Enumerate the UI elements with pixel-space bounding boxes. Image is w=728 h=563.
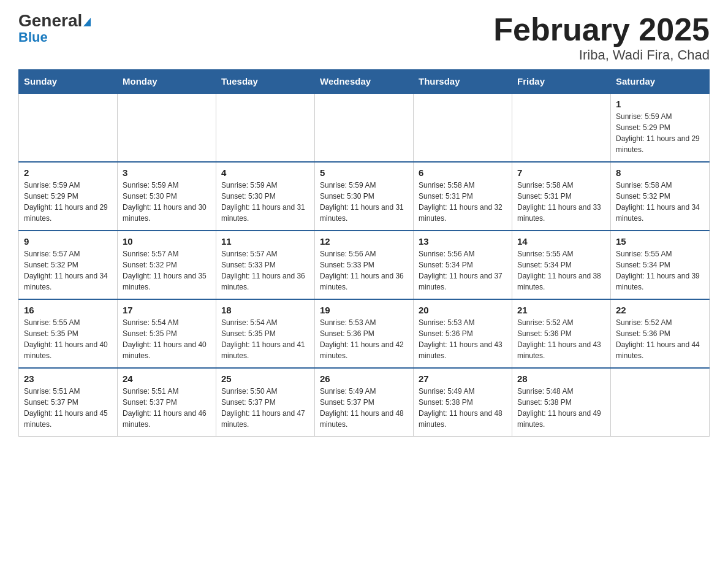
day-number: 22 (616, 305, 704, 315)
calendar-cell-w3-d7: 15Sunrise: 5:55 AMSunset: 5:34 PMDayligh… (611, 231, 710, 299)
day-number: 21 (517, 305, 605, 315)
day-info: Sunrise: 5:58 AMSunset: 5:31 PMDaylight:… (419, 180, 507, 224)
calendar-cell-w1-d4 (315, 93, 414, 162)
calendar-cell-w5-d5: 27Sunrise: 5:49 AMSunset: 5:38 PMDayligh… (414, 368, 512, 437)
day-info: Sunrise: 5:58 AMSunset: 5:32 PMDaylight:… (616, 180, 704, 224)
calendar-cell-w3-d5: 13Sunrise: 5:56 AMSunset: 5:34 PMDayligh… (414, 231, 512, 299)
page-header: General Blue February 2025 Iriba, Wadi F… (18, 12, 710, 63)
col-saturday: Saturday (611, 70, 710, 94)
col-friday: Friday (512, 70, 611, 94)
day-number: 28 (517, 373, 605, 384)
calendar-subtitle: Iriba, Wadi Fira, Chad (493, 47, 710, 63)
calendar-cell-w4-d3: 18Sunrise: 5:54 AMSunset: 5:35 PMDayligh… (216, 299, 315, 368)
calendar-cell-w1-d2 (118, 93, 216, 162)
day-info: Sunrise: 5:56 AMSunset: 5:34 PMDaylight:… (419, 248, 507, 293)
day-info: Sunrise: 5:57 AMSunset: 5:32 PMDaylight:… (24, 248, 112, 293)
day-number: 4 (221, 167, 309, 178)
calendar-cell-w2-d1: 2Sunrise: 5:59 AMSunset: 5:29 PMDaylight… (19, 162, 118, 231)
day-info: Sunrise: 5:52 AMSunset: 5:36 PMDaylight:… (517, 317, 605, 361)
calendar-cell-w2-d3: 4Sunrise: 5:59 AMSunset: 5:30 PMDaylight… (216, 162, 315, 231)
calendar-cell-w5-d4: 26Sunrise: 5:49 AMSunset: 5:37 PMDayligh… (315, 368, 414, 437)
calendar-cell-w2-d5: 6Sunrise: 5:58 AMSunset: 5:31 PMDaylight… (414, 162, 512, 231)
calendar-week-1: 1Sunrise: 5:59 AMSunset: 5:29 PMDaylight… (19, 93, 710, 162)
day-info: Sunrise: 5:54 AMSunset: 5:35 PMDaylight:… (221, 317, 309, 361)
calendar-cell-w2-d7: 8Sunrise: 5:58 AMSunset: 5:32 PMDaylight… (611, 162, 710, 231)
day-number: 23 (24, 373, 112, 384)
day-number: 7 (517, 167, 605, 178)
day-info: Sunrise: 5:56 AMSunset: 5:33 PMDaylight:… (320, 248, 408, 293)
day-number: 16 (24, 305, 112, 315)
day-info: Sunrise: 5:54 AMSunset: 5:35 PMDaylight:… (123, 317, 211, 361)
calendar-cell-w2-d4: 5Sunrise: 5:59 AMSunset: 5:30 PMDaylight… (315, 162, 414, 231)
calendar-week-4: 16Sunrise: 5:55 AMSunset: 5:35 PMDayligh… (19, 299, 710, 368)
calendar-title: February 2025 (493, 12, 710, 47)
day-number: 3 (123, 167, 211, 178)
day-info: Sunrise: 5:53 AMSunset: 5:36 PMDaylight:… (419, 317, 507, 361)
day-number: 18 (221, 305, 309, 315)
calendar-cell-w3-d6: 14Sunrise: 5:55 AMSunset: 5:34 PMDayligh… (512, 231, 611, 299)
calendar-cell-w4-d5: 20Sunrise: 5:53 AMSunset: 5:36 PMDayligh… (414, 299, 512, 368)
day-number: 5 (320, 167, 408, 178)
calendar-cell-w3-d4: 12Sunrise: 5:56 AMSunset: 5:33 PMDayligh… (315, 231, 414, 299)
day-number: 27 (419, 373, 507, 384)
day-number: 10 (123, 236, 211, 247)
logo: General Blue (18, 12, 91, 44)
calendar-cell-w5-d2: 24Sunrise: 5:51 AMSunset: 5:37 PMDayligh… (118, 368, 216, 437)
day-info: Sunrise: 5:59 AMSunset: 5:30 PMDaylight:… (123, 180, 211, 224)
day-info: Sunrise: 5:59 AMSunset: 5:30 PMDaylight:… (221, 180, 309, 224)
calendar-cell-w1-d3 (216, 93, 315, 162)
calendar-cell-w4-d7: 22Sunrise: 5:52 AMSunset: 5:36 PMDayligh… (611, 299, 710, 368)
day-info: Sunrise: 5:52 AMSunset: 5:36 PMDaylight:… (616, 317, 704, 361)
title-block: February 2025 Iriba, Wadi Fira, Chad (493, 12, 710, 63)
col-monday: Monday (118, 70, 216, 94)
calendar-cell-w3-d2: 10Sunrise: 5:57 AMSunset: 5:32 PMDayligh… (118, 231, 216, 299)
day-info: Sunrise: 5:49 AMSunset: 5:37 PMDaylight:… (320, 386, 408, 430)
logo-triangle-icon (83, 18, 91, 26)
calendar-week-2: 2Sunrise: 5:59 AMSunset: 5:29 PMDaylight… (19, 162, 710, 231)
day-number: 26 (320, 373, 408, 384)
day-number: 24 (123, 373, 211, 384)
day-number: 2 (24, 167, 112, 178)
day-number: 11 (221, 236, 309, 247)
day-info: Sunrise: 5:49 AMSunset: 5:38 PMDaylight:… (419, 386, 507, 430)
calendar-cell-w4-d2: 17Sunrise: 5:54 AMSunset: 5:35 PMDayligh… (118, 299, 216, 368)
day-number: 12 (320, 236, 408, 247)
day-info: Sunrise: 5:55 AMSunset: 5:35 PMDaylight:… (24, 317, 112, 361)
day-info: Sunrise: 5:59 AMSunset: 5:29 PMDaylight:… (24, 180, 112, 224)
day-number: 6 (419, 167, 507, 178)
calendar-cell-w5-d7 (611, 368, 710, 437)
day-info: Sunrise: 5:55 AMSunset: 5:34 PMDaylight:… (616, 248, 704, 293)
calendar-cell-w3-d1: 9Sunrise: 5:57 AMSunset: 5:32 PMDaylight… (19, 231, 118, 299)
calendar-cell-w2-d6: 7Sunrise: 5:58 AMSunset: 5:31 PMDaylight… (512, 162, 611, 231)
day-info: Sunrise: 5:51 AMSunset: 5:37 PMDaylight:… (123, 386, 211, 430)
col-tuesday: Tuesday (216, 70, 315, 94)
day-number: 14 (517, 236, 605, 247)
logo-general-text: General (18, 12, 91, 29)
day-info: Sunrise: 5:53 AMSunset: 5:36 PMDaylight:… (320, 317, 408, 361)
day-number: 13 (419, 236, 507, 247)
calendar-header-row: Sunday Monday Tuesday Wednesday Thursday… (19, 70, 710, 94)
calendar-cell-w1-d7: 1Sunrise: 5:59 AMSunset: 5:29 PMDaylight… (611, 93, 710, 162)
col-thursday: Thursday (414, 70, 512, 94)
col-wednesday: Wednesday (315, 70, 414, 94)
day-info: Sunrise: 5:59 AMSunset: 5:30 PMDaylight:… (320, 180, 408, 224)
day-info: Sunrise: 5:50 AMSunset: 5:37 PMDaylight:… (221, 386, 309, 430)
logo-blue-text: Blue (18, 31, 48, 44)
day-number: 20 (419, 305, 507, 315)
calendar-cell-w5-d1: 23Sunrise: 5:51 AMSunset: 5:37 PMDayligh… (19, 368, 118, 437)
day-number: 17 (123, 305, 211, 315)
calendar-cell-w5-d3: 25Sunrise: 5:50 AMSunset: 5:37 PMDayligh… (216, 368, 315, 437)
calendar-table: Sunday Monday Tuesday Wednesday Thursday… (18, 69, 710, 437)
day-info: Sunrise: 5:55 AMSunset: 5:34 PMDaylight:… (517, 248, 605, 293)
day-info: Sunrise: 5:51 AMSunset: 5:37 PMDaylight:… (24, 386, 112, 430)
calendar-cell-w4-d6: 21Sunrise: 5:52 AMSunset: 5:36 PMDayligh… (512, 299, 611, 368)
day-info: Sunrise: 5:48 AMSunset: 5:38 PMDaylight:… (517, 386, 605, 430)
day-info: Sunrise: 5:59 AMSunset: 5:29 PMDaylight:… (616, 111, 704, 155)
calendar-cell-w4-d1: 16Sunrise: 5:55 AMSunset: 5:35 PMDayligh… (19, 299, 118, 368)
calendar-cell-w1-d5 (414, 93, 512, 162)
calendar-cell-w4-d4: 19Sunrise: 5:53 AMSunset: 5:36 PMDayligh… (315, 299, 414, 368)
day-number: 19 (320, 305, 408, 315)
day-number: 15 (616, 236, 704, 247)
calendar-cell-w1-d1 (19, 93, 118, 162)
calendar-cell-w3-d3: 11Sunrise: 5:57 AMSunset: 5:33 PMDayligh… (216, 231, 315, 299)
